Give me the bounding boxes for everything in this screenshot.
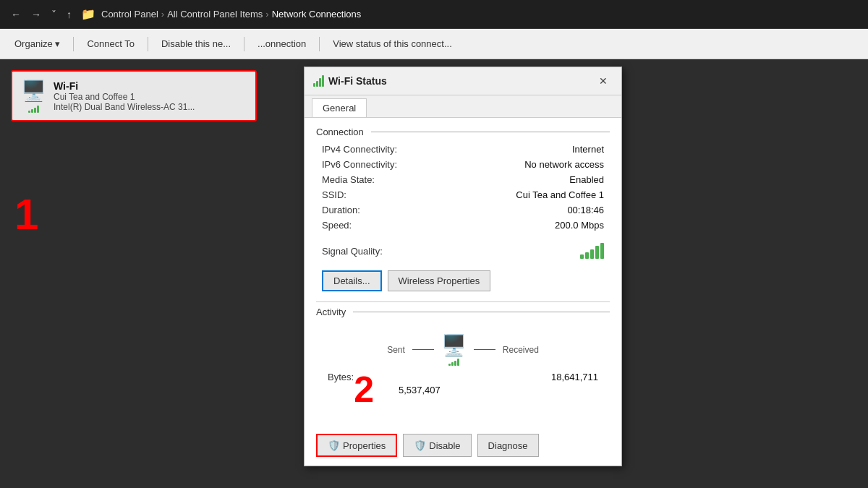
toolbar-separator-3 [244, 37, 244, 51]
signal-bar-4 [37, 106, 39, 113]
ssid-value: Cui Tea and Coffee 1 [516, 189, 604, 200]
ipv6-label: IPv6 Connectivity: [322, 159, 397, 170]
organize-button[interactable]: Organize ▾ [7, 35, 67, 53]
speed-value: 200.0 Mbps [555, 220, 604, 231]
dialog-title-left: Wi-Fi Status [313, 75, 387, 87]
sent-line [412, 349, 434, 350]
disable-bottom-button[interactable]: 🛡️ Disable [403, 434, 471, 457]
disable-button-label: Disable [429, 440, 460, 451]
properties-button-label: Properties [343, 440, 386, 451]
shield-icon-properties: 🛡️ [328, 440, 340, 451]
media-label: Media State: [322, 174, 375, 185]
dialog-tabs: General [305, 95, 621, 118]
activity-network: Sent 🖥️ [322, 333, 604, 366]
tab-general[interactable]: General [312, 98, 367, 117]
breadcrumb-all-items[interactable]: All Control Panel Items [167, 9, 263, 20]
signal-icon-small [28, 104, 39, 113]
sent-label: Sent [387, 345, 405, 355]
back-button[interactable]: ← [7, 7, 25, 22]
properties-button[interactable]: 🛡️ Properties [316, 434, 397, 457]
ipv4-label: IPv4 Connectivity: [322, 144, 397, 155]
wifi-adapter: Intel(R) Dual Band Wireless-AC 31... [54, 102, 247, 112]
breadcrumb-network-connections[interactable]: Network Connections [272, 9, 362, 20]
ipv4-row: IPv4 Connectivity: Internet [316, 142, 610, 157]
breadcrumb: Control Panel › All Control Panel Items … [101, 9, 361, 20]
bytes-received-value: 18,641,711 [441, 372, 598, 408]
disable-button[interactable]: Disable this ne... [154, 35, 238, 53]
slb-4 [595, 246, 599, 259]
connection-button[interactable]: ...onnection [250, 35, 313, 53]
toolbar-separator-4 [319, 37, 320, 51]
ipv6-row: IPv6 Connectivity: No network access [316, 157, 610, 172]
wireless-properties-button[interactable]: Wireless Properties [388, 270, 491, 291]
ssid-label: SSID: [322, 189, 346, 200]
connection-section-title: Connection [316, 127, 610, 137]
recent-button[interactable]: ˅ [48, 7, 60, 22]
sent-area: Sent [387, 344, 405, 355]
separator-1 [316, 301, 610, 302]
slb-3 [590, 249, 594, 259]
details-button[interactable]: Details... [322, 270, 382, 291]
duration-label: Duration: [322, 205, 360, 215]
main-content: 🖥️ Wi-Fi Cui Tea and Coffee 1 Intel(R) D… [0, 59, 868, 488]
signal-quality-label: Signal Quality: [322, 246, 383, 257]
title-bar: ← → ˅ ↑ 📁 Control Panel › All Control Pa… [0, 0, 868, 29]
dsb-2 [316, 81, 318, 87]
dialog-title-text: Wi-Fi Status [328, 75, 387, 87]
breadcrumb-sep-1: › [161, 9, 164, 20]
duration-value: 00:18:46 [567, 205, 604, 215]
signal-quality-row: Signal Quality: [316, 240, 610, 262]
dialog-signal-icon [313, 75, 324, 87]
received-area: Received [503, 344, 539, 355]
connect-to-button[interactable]: Connect To [80, 35, 142, 53]
dialog-body: Connection IPv4 Connectivity: Internet I… [305, 118, 621, 428]
activity-section-title: Activity [316, 307, 610, 317]
dialog-close-button[interactable]: ✕ [594, 73, 613, 89]
view-status-button[interactable]: View status of this connect... [326, 35, 459, 53]
sub-4 [457, 359, 459, 366]
nav-buttons: ← → ˅ ↑ [7, 7, 75, 22]
speed-row: Speed: 200.0 Mbps [316, 218, 610, 233]
wifi-status-dialog: Wi-Fi Status ✕ General Connection IPv4 C… [304, 67, 622, 466]
number-2-label: 2 [354, 372, 374, 408]
signal-under [448, 357, 459, 366]
breadcrumb-control-panel[interactable]: Control Panel [101, 9, 158, 20]
wifi-icon-area: 🖥️ [21, 79, 46, 113]
dialog-overlay: Wi-Fi Status ✕ General Connection IPv4 C… [289, 59, 868, 488]
bottom-buttons: 🛡️ Properties 🛡️ Disable Diagnose [305, 428, 621, 466]
network-icon-area: 🖥️ [441, 333, 467, 366]
received-line [474, 349, 495, 350]
dsb-4 [322, 75, 324, 87]
dsb-3 [319, 78, 321, 87]
folder-icon: 📁 [81, 7, 95, 21]
up-button[interactable]: ↑ [63, 7, 75, 22]
left-panel: 🖥️ Wi-Fi Cui Tea and Coffee 1 Intel(R) D… [0, 59, 289, 488]
bytes-row: Bytes: 2 5,537,407 18,641,711 [322, 372, 604, 408]
signal-bars-large [580, 243, 604, 259]
dialog-titlebar: Wi-Fi Status ✕ [305, 67, 621, 95]
speed-label: Speed: [322, 220, 352, 231]
wifi-ssid: Cui Tea and Coffee 1 [54, 92, 247, 102]
sub-1 [448, 364, 451, 366]
slb-5 [600, 243, 604, 259]
monitor-icon: 🖥️ [441, 333, 467, 357]
forward-button[interactable]: → [27, 7, 45, 22]
breadcrumb-sep-2: › [265, 9, 268, 20]
toolbar-separator-1 [73, 37, 74, 51]
toolbar-separator-2 [148, 37, 148, 51]
duration-row: Duration: 00:18:46 [316, 202, 610, 218]
ipv6-value: No network access [524, 159, 604, 170]
dsb-1 [313, 83, 315, 87]
wifi-item[interactable]: 🖥️ Wi-Fi Cui Tea and Coffee 1 Intel(R) D… [11, 70, 257, 121]
sub-3 [454, 361, 456, 366]
ssid-row: SSID: Cui Tea and Coffee 1 [316, 187, 610, 202]
connection-info-table: IPv4 Connectivity: Internet IPv6 Connect… [316, 142, 610, 233]
diagnose-button[interactable]: Diagnose [477, 434, 539, 457]
wifi-text: Wi-Fi Cui Tea and Coffee 1 Intel(R) Dual… [54, 80, 247, 112]
signal-bar-2 [31, 109, 33, 113]
signal-bar-3 [34, 108, 36, 113]
slb-2 [585, 252, 589, 259]
sub-2 [451, 362, 454, 366]
wifi-name: Wi-Fi [54, 80, 247, 92]
media-row: Media State: Enabled [316, 172, 610, 187]
